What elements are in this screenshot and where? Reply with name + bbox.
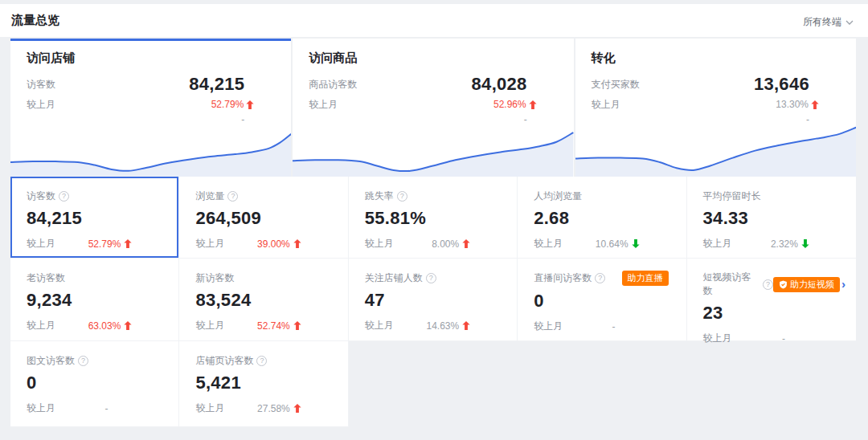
metric-label: 图文访客数 bbox=[27, 354, 75, 368]
metric-cell-image-text-visitors[interactable]: 图文访客数 ? 0 较上月 - bbox=[10, 341, 179, 427]
badge-label: 助力短视频 bbox=[790, 277, 834, 292]
compare-label: 较上月 bbox=[534, 320, 563, 333]
change-value: 52.96% bbox=[493, 99, 526, 110]
metric-cell-returning-visitors[interactable]: 老访客数 9,234 较上月 63.03% bbox=[10, 259, 179, 341]
tab-card-conversion[interactable]: 转化 支付买家数 13,646 较上月 13.30% - bbox=[575, 39, 856, 177]
metric-label: 浏览量 bbox=[195, 189, 224, 203]
traffic-overview-panel: 访问店铺 访客数 84,215 较上月 52.79% - 访问商品 商品访客数 … bbox=[10, 39, 856, 427]
help-icon[interactable]: ? bbox=[227, 191, 238, 202]
secondary-compare-value: - bbox=[293, 114, 526, 125]
metric-cell-shop-page-visitors[interactable]: 店铺页访客数 ? 5,421 较上月 27.58% bbox=[179, 341, 348, 427]
metric-value: 13,646 bbox=[754, 74, 819, 95]
up-arrow-icon bbox=[246, 100, 254, 109]
secondary-compare-value: - bbox=[10, 114, 244, 125]
metric-value: 9,234 bbox=[27, 290, 178, 311]
funnel-tabs: 访问店铺 访客数 84,215 较上月 52.79% - 访问商品 商品访客数 … bbox=[10, 39, 856, 177]
chevron-right-icon[interactable]: › bbox=[841, 277, 845, 291]
metric-label: 关注店铺人数 bbox=[365, 271, 423, 285]
secondary-compare-value: - bbox=[575, 114, 809, 125]
up-arrow-icon bbox=[293, 321, 301, 330]
metric-value: 84,215 bbox=[27, 208, 178, 229]
metric-label: 人均浏览量 bbox=[534, 189, 582, 203]
change-value: 14.63% bbox=[426, 320, 459, 332]
help-icon[interactable]: ? bbox=[59, 191, 69, 202]
up-arrow-icon bbox=[124, 239, 132, 248]
metric-label: 新访客数 bbox=[195, 271, 234, 285]
metric-grid-row-3: 图文访客数 ? 0 较上月 - 店铺页访客数 ? 5,421 较上月 27.58… bbox=[10, 341, 856, 427]
up-arrow-icon bbox=[529, 100, 537, 109]
card-title: 转化 bbox=[592, 51, 856, 66]
metric-label: 访客数 bbox=[27, 189, 55, 203]
card-title: 访问店铺 bbox=[27, 51, 291, 66]
page-title: 流量总览 bbox=[11, 13, 59, 28]
compare-label: 较上月 bbox=[534, 237, 563, 251]
metric-cell-pageviews[interactable]: 浏览量 ? 264,509 较上月 39.00% bbox=[179, 177, 348, 259]
metric-label: 店铺页访客数 bbox=[195, 354, 253, 368]
metric-cell-avg-stay-duration[interactable]: 平均停留时长 34.33 较上月 2.32% bbox=[687, 177, 856, 259]
metric-label: 商品访客数 bbox=[309, 76, 357, 92]
metric-value: 5,421 bbox=[195, 373, 347, 393]
change-value: 52.79% bbox=[88, 238, 121, 250]
down-arrow-icon bbox=[632, 239, 640, 248]
tab-card-visit-product[interactable]: 访问商品 商品访客数 84,028 较上月 52.96% - bbox=[293, 39, 573, 177]
change-value: 2.32% bbox=[771, 238, 798, 250]
compare-label: 较上月 bbox=[703, 332, 732, 345]
change-value: 13.30% bbox=[776, 99, 809, 110]
help-icon[interactable]: ? bbox=[595, 273, 605, 283]
help-icon[interactable]: ? bbox=[397, 191, 407, 202]
change-value: - bbox=[612, 321, 616, 332]
up-arrow-icon bbox=[462, 239, 470, 248]
change-value: 63.03% bbox=[88, 320, 121, 332]
boost-livestream-badge[interactable]: 助力直播 bbox=[622, 271, 669, 286]
metric-label: 短视频访客数 bbox=[703, 271, 760, 298]
compare-label: 较上月 bbox=[195, 237, 224, 251]
terminal-filter-dropdown[interactable]: 所有终端 bbox=[803, 15, 854, 29]
metric-value: 2.68 bbox=[534, 208, 686, 229]
help-icon[interactable]: ? bbox=[78, 356, 88, 366]
metric-value: 23 bbox=[703, 303, 856, 324]
metric-value: 0 bbox=[27, 373, 178, 393]
shield-icon bbox=[779, 280, 788, 289]
metric-value: 84,215 bbox=[189, 74, 254, 95]
change-value: 8.00% bbox=[432, 238, 459, 250]
compare-label: 较上月 bbox=[365, 319, 394, 332]
help-icon[interactable]: ? bbox=[256, 356, 267, 366]
metric-grid-row-2: 老访客数 9,234 较上月 63.03% 新访客数 83,524 较上月 52… bbox=[10, 259, 856, 341]
up-arrow-icon bbox=[811, 100, 819, 109]
change-value: - bbox=[782, 333, 785, 344]
metric-cell-shop-followers[interactable]: 关注店铺人数 ? 47 较上月 14.63% bbox=[349, 259, 518, 341]
badge-label: 助力直播 bbox=[628, 271, 663, 286]
up-arrow-icon bbox=[124, 321, 132, 330]
metric-grid-row-1: 访客数 ? 84,215 较上月 52.79% 浏览量 ? 264,509 较上… bbox=[10, 177, 856, 259]
metric-cell-bounce-rate[interactable]: 跳失率 ? 55.81% 较上月 8.00% bbox=[349, 177, 518, 259]
chevron-down-icon bbox=[845, 20, 854, 25]
compare-label: 较上月 bbox=[703, 237, 732, 251]
metric-cell-views-per-visitor[interactable]: 人均浏览量 2.68 较上月 10.64% bbox=[518, 177, 686, 259]
compare-label: 较上月 bbox=[309, 96, 338, 112]
compare-label: 较上月 bbox=[365, 237, 394, 251]
metric-cell-short-video-visitors[interactable]: 短视频访客数 ? 助力短视频 › 23 较上月 - bbox=[687, 259, 856, 341]
up-arrow-icon bbox=[462, 321, 470, 330]
metric-cell-visitors[interactable]: 访客数 ? 84,215 较上月 52.79% bbox=[10, 177, 179, 259]
metric-cell-livestream-visitors[interactable]: 直播间访客数 ? 助力直播 0 较上月 - bbox=[518, 259, 686, 341]
boost-short-video-badge[interactable]: 助力短视频 bbox=[773, 277, 840, 292]
metric-value: 84,028 bbox=[472, 74, 537, 95]
metric-value: 34.33 bbox=[703, 208, 856, 229]
help-icon[interactable]: ? bbox=[763, 279, 773, 290]
metric-value: 0 bbox=[534, 291, 686, 312]
compare-label: 较上月 bbox=[592, 96, 620, 112]
help-icon[interactable]: ? bbox=[426, 273, 436, 283]
change-value: 39.00% bbox=[257, 238, 290, 250]
up-arrow-icon bbox=[293, 404, 301, 413]
compare-label: 较上月 bbox=[27, 319, 55, 332]
terminal-filter-label: 所有终端 bbox=[803, 15, 841, 29]
compare-label: 较上月 bbox=[195, 319, 224, 332]
metric-value: 47 bbox=[365, 290, 517, 311]
page-header: 流量总览 所有终端 bbox=[0, 4, 868, 37]
metric-cell-new-visitors[interactable]: 新访客数 83,524 较上月 52.74% bbox=[179, 259, 348, 341]
metric-label: 老访客数 bbox=[27, 271, 65, 285]
compare-label: 较上月 bbox=[27, 237, 55, 251]
tab-card-visit-shop[interactable]: 访问店铺 访客数 84,215 较上月 52.79% - bbox=[10, 39, 291, 177]
metric-value: 55.81% bbox=[365, 208, 517, 229]
change-value: - bbox=[104, 403, 108, 414]
